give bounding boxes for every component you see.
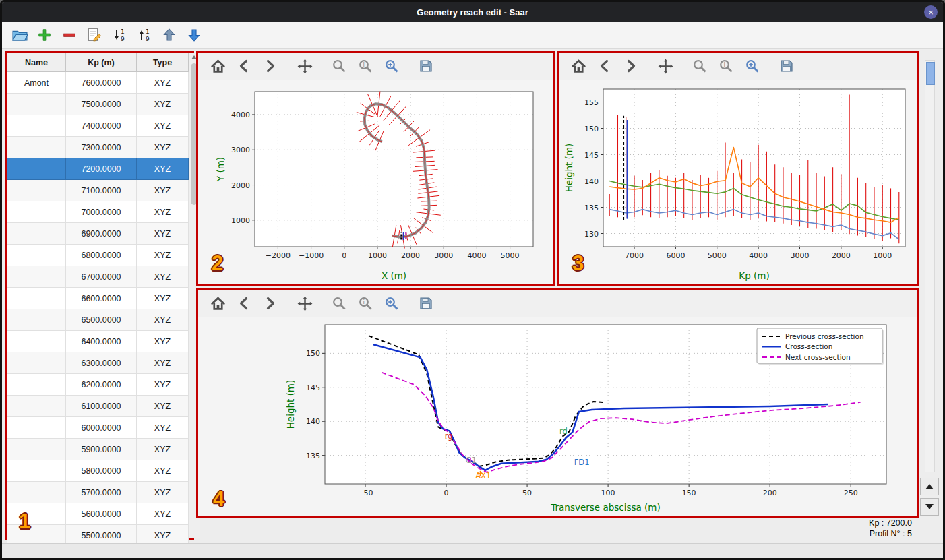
cell-kp[interactable]: 6200.0000 bbox=[66, 374, 137, 396]
remove-button[interactable] bbox=[60, 26, 79, 44]
close-button[interactable]: × bbox=[924, 5, 938, 19]
cell-name[interactable] bbox=[7, 115, 66, 137]
cell-type[interactable]: XYZ bbox=[137, 245, 189, 266]
home-button[interactable] bbox=[209, 294, 226, 312]
cell-type[interactable]: XYZ bbox=[137, 439, 189, 460]
table-row[interactable]: 7200.0000XYZ bbox=[7, 158, 189, 180]
zoom-rect-button[interactable] bbox=[383, 294, 400, 312]
sort-descending-button[interactable]: 19 bbox=[110, 26, 129, 44]
cell-kp[interactable]: 7300.0000 bbox=[66, 137, 137, 158]
table-row[interactable]: 6200.0000XYZ bbox=[7, 374, 189, 396]
cell-type[interactable]: XYZ bbox=[137, 115, 189, 137]
cell-kp[interactable]: 5600.0000 bbox=[66, 503, 137, 525]
cell-name[interactable] bbox=[7, 352, 66, 374]
table-row[interactable]: 6400.0000XYZ bbox=[7, 331, 189, 352]
cell-name[interactable] bbox=[7, 201, 66, 223]
right-scrollbar[interactable] bbox=[925, 60, 935, 472]
cell-kp[interactable]: 5700.0000 bbox=[66, 482, 137, 503]
save-button[interactable] bbox=[417, 294, 435, 312]
cell-kp[interactable]: 7500.0000 bbox=[66, 94, 137, 115]
cell-name[interactable] bbox=[7, 180, 66, 201]
table-row[interactable]: 6800.0000XYZ bbox=[7, 245, 189, 266]
cell-kp[interactable]: 6800.0000 bbox=[66, 245, 137, 266]
cell-name[interactable] bbox=[7, 503, 66, 525]
cell-type[interactable]: XYZ bbox=[137, 460, 189, 482]
table-row[interactable]: 6100.0000XYZ bbox=[7, 396, 189, 417]
cell-name[interactable] bbox=[7, 439, 66, 460]
cell-name[interactable]: Amont bbox=[7, 72, 66, 94]
cell-name[interactable] bbox=[7, 309, 66, 331]
cross-section-chart[interactable]: −50050100150200250135140145150Transverse… bbox=[198, 317, 917, 516]
cell-kp[interactable]: 6500.0000 bbox=[66, 309, 137, 331]
column-header-kpm[interactable]: Kp (m) bbox=[66, 53, 137, 72]
cell-kp[interactable]: 6600.0000 bbox=[66, 288, 137, 309]
table-row[interactable]: 5600.0000XYZ bbox=[7, 503, 189, 525]
cell-type[interactable]: XYZ bbox=[137, 331, 189, 352]
cell-type[interactable]: XYZ bbox=[137, 158, 189, 180]
sort-ascending-button[interactable]: 19 bbox=[135, 26, 154, 44]
table-row[interactable]: 7000.0000XYZ bbox=[7, 201, 189, 223]
open-folder-button[interactable] bbox=[10, 26, 29, 44]
cell-kp[interactable]: 6900.0000 bbox=[66, 223, 137, 245]
cell-type[interactable]: XYZ bbox=[137, 374, 189, 396]
cell-type[interactable]: XYZ bbox=[137, 482, 189, 503]
cell-name[interactable] bbox=[7, 460, 66, 482]
zoom-info-button[interactable]: i bbox=[717, 57, 735, 75]
table-row[interactable]: 6600.0000XYZ bbox=[7, 288, 189, 309]
right-scrollbar-thumb[interactable] bbox=[926, 62, 935, 85]
save-button[interactable] bbox=[778, 57, 795, 75]
pan-button[interactable] bbox=[296, 57, 313, 75]
cell-kp[interactable]: 7200.0000 bbox=[66, 158, 137, 180]
add-button[interactable] bbox=[35, 26, 54, 44]
cell-name[interactable] bbox=[7, 223, 66, 245]
forward-button[interactable] bbox=[262, 294, 279, 312]
cell-name[interactable] bbox=[7, 137, 66, 158]
cell-kp[interactable]: 7400.0000 bbox=[66, 115, 137, 137]
table-row[interactable]: 7500.0000XYZ bbox=[7, 94, 189, 115]
cell-name[interactable] bbox=[7, 396, 66, 417]
cell-name[interactable] bbox=[7, 482, 66, 503]
cell-type[interactable]: XYZ bbox=[137, 309, 189, 331]
cell-kp[interactable]: 6100.0000 bbox=[66, 396, 137, 417]
cell-type[interactable]: XYZ bbox=[137, 417, 189, 439]
cell-type[interactable]: XYZ bbox=[137, 223, 189, 245]
cell-kp[interactable]: 6700.0000 bbox=[66, 266, 137, 288]
scroll-down-button[interactable] bbox=[920, 498, 939, 516]
plan-view-chart[interactable]: −2000−1000010002000300040005000100020003… bbox=[198, 80, 553, 284]
zoom-button[interactable] bbox=[330, 57, 348, 75]
cell-type[interactable]: XYZ bbox=[137, 288, 189, 309]
back-button[interactable] bbox=[235, 294, 253, 312]
cell-kp[interactable]: 7000.0000 bbox=[66, 201, 137, 223]
cell-type[interactable]: XYZ bbox=[137, 503, 189, 525]
cell-type[interactable]: XYZ bbox=[137, 94, 189, 115]
cell-kp[interactable]: 6400.0000 bbox=[66, 331, 137, 352]
forward-button[interactable] bbox=[262, 57, 279, 75]
back-button[interactable] bbox=[235, 57, 253, 75]
cell-name[interactable] bbox=[7, 158, 66, 180]
cell-name[interactable] bbox=[7, 331, 66, 352]
table-row[interactable]: 6900.0000XYZ bbox=[7, 223, 189, 245]
cell-type[interactable]: XYZ bbox=[137, 201, 189, 223]
table-row[interactable]: 5700.0000XYZ bbox=[7, 482, 189, 503]
cell-name[interactable] bbox=[7, 288, 66, 309]
cell-type[interactable]: XYZ bbox=[137, 352, 189, 374]
cell-name[interactable] bbox=[7, 374, 66, 396]
move-down-button[interactable] bbox=[185, 26, 204, 44]
table-row[interactable]: 5900.0000XYZ bbox=[7, 439, 189, 460]
cell-type[interactable]: XYZ bbox=[137, 137, 189, 158]
forward-button[interactable] bbox=[622, 57, 640, 75]
cell-kp[interactable]: 7600.0000 bbox=[66, 72, 137, 94]
cell-name[interactable] bbox=[7, 245, 66, 266]
zoom-button[interactable] bbox=[330, 294, 348, 312]
table-row[interactable]: 6300.0000XYZ bbox=[7, 352, 189, 374]
edit-button[interactable] bbox=[85, 26, 104, 44]
save-button[interactable] bbox=[417, 57, 435, 75]
cell-type[interactable]: XYZ bbox=[137, 180, 189, 201]
cell-name[interactable] bbox=[7, 417, 66, 439]
table-row[interactable]: 6000.0000XYZ bbox=[7, 417, 189, 439]
cell-type[interactable]: XYZ bbox=[137, 72, 189, 94]
cell-kp[interactable]: 5900.0000 bbox=[66, 439, 137, 460]
cell-name[interactable] bbox=[7, 266, 66, 288]
table-row[interactable]: 6700.0000XYZ bbox=[7, 266, 189, 288]
scroll-up-button[interactable] bbox=[920, 478, 939, 495]
